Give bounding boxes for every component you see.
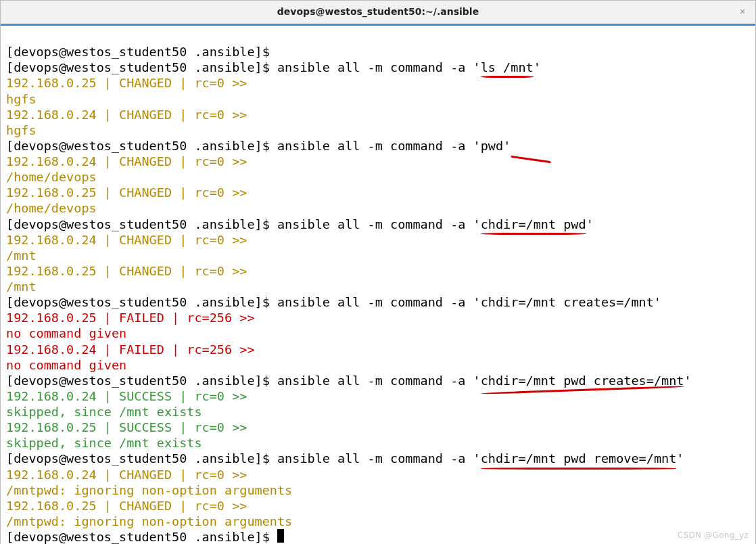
output-line: hgfs — [6, 92, 37, 106]
command-line: ansible all -m command -a 'chdir=/mnt pw… — [277, 451, 684, 466]
watermark: CSDN @Gong_yz — [678, 530, 749, 541]
command-line: ansible all -m command -a 'chdir=/mnt cr… — [277, 295, 661, 309]
output-line: /mnt — [6, 279, 37, 294]
highlighted-arg: chdir=/mnt pwd creates=/mnt — [481, 373, 684, 388]
output-line: 192.168.0.24 | CHANGED | rc=0 >> — [6, 468, 247, 482]
highlighted-arg — [511, 138, 518, 154]
highlighted-arg: chdir=/mnt pwd remove=/mnt — [481, 451, 677, 466]
output-line: 192.168.0.24 | CHANGED | rc=0 >> — [6, 154, 247, 168]
output-line: 192.168.0.25 | FAILED | rc=256 >> — [6, 311, 255, 325]
output-line: /mntpwd: ignoring non-option arguments — [6, 514, 292, 528]
prompt: [devops@westos_student50 .ansible]$ — [6, 217, 277, 231]
output-line: 192.168.0.24 | CHANGED | rc=0 >> — [6, 233, 247, 247]
output-line: 192.168.0.25 | CHANGED | rc=0 >> — [6, 264, 247, 278]
output-line: /mnt — [6, 248, 37, 263]
output-line: 192.168.0.24 | FAILED | rc=256 >> — [6, 342, 255, 357]
terminal-window: devops@westos_student50:~/.ansible × [de… — [0, 0, 756, 544]
output-line: skipped, since /mnt exists — [6, 405, 202, 419]
prompt: [devops@westos_student50 .ansible]$ — [6, 451, 277, 466]
output-line: /home/devops — [6, 170, 97, 184]
titlebar: devops@westos_student50:~/.ansible × — [1, 1, 755, 26]
output-line: 192.168.0.25 | CHANGED | rc=0 >> — [6, 499, 247, 513]
output-line: 192.168.0.24 | CHANGED | rc=0 >> — [6, 108, 247, 122]
prompt: [devops@westos_student50 .ansible]$ — [6, 45, 277, 59]
output-line: 192.168.0.25 | SUCCESS | rc=0 >> — [6, 420, 247, 434]
cursor — [277, 529, 284, 543]
prompt: [devops@westos_student50 .ansible]$ — [6, 295, 277, 309]
output-line: no command given — [6, 358, 126, 372]
output-line: 192.168.0.25 | CHANGED | rc=0 >> — [6, 76, 247, 90]
highlighted-arg: ls /mnt — [481, 60, 534, 75]
terminal-output[interactable]: [devops@westos_student50 .ansible]$ [dev… — [1, 26, 755, 544]
command-line: ansible all -m command -a 'chdir=/mnt pw… — [277, 373, 692, 388]
output-line: 192.168.0.24 | SUCCESS | rc=0 >> — [6, 389, 247, 403]
command-line: ansible all -m command -a 'chdir=/mnt pw… — [277, 217, 594, 231]
output-line: hgfs — [6, 123, 37, 137]
close-icon: × — [740, 6, 745, 18]
output-line: /mntpwd: ignoring non-option arguments — [6, 483, 292, 497]
prompt: [devops@westos_student50 .ansible]$ — [6, 373, 277, 388]
command-line: ansible all -m command -a 'pwd' — [277, 139, 518, 153]
prompt: [devops@westos_student50 .ansible]$ — [6, 139, 277, 153]
output-line: 192.168.0.25 | CHANGED | rc=0 >> — [6, 185, 247, 200]
output-line: no command given — [6, 326, 126, 340]
close-button[interactable]: × — [735, 5, 750, 20]
window-title: devops@westos_student50:~/.ansible — [277, 6, 479, 18]
highlighted-arg: chdir=/mnt pwd — [481, 217, 586, 232]
output-line: skipped, since /mnt exists — [6, 436, 202, 450]
prompt: [devops@westos_student50 .ansible]$ — [6, 530, 277, 544]
command-line: ansible all -m command -a 'ls /mnt' — [277, 60, 541, 74]
output-line: /home/devops — [6, 201, 97, 215]
prompt: [devops@westos_student50 .ansible]$ — [6, 60, 277, 74]
